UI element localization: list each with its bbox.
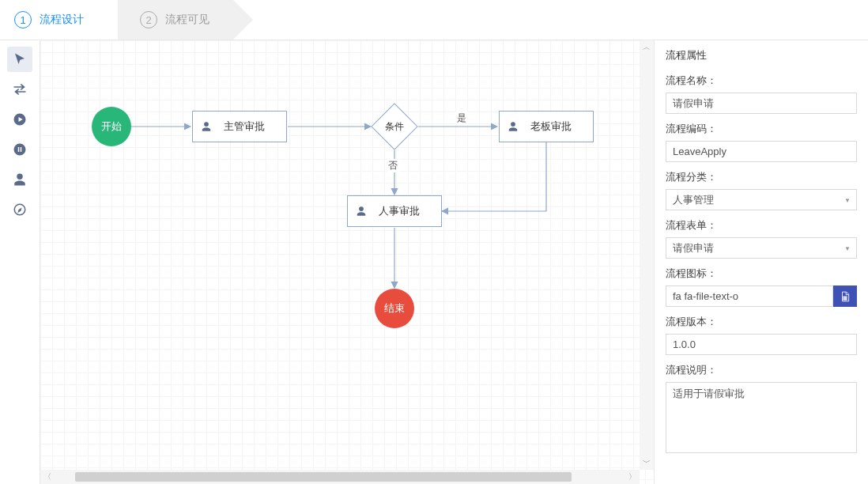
pause-circle-icon	[13, 142, 27, 157]
task-label: 主管审批	[210, 119, 278, 134]
task-hr-approval[interactable]: 人事审批	[347, 195, 442, 227]
step-header: 1 流程设计 2 流程可见	[0, 0, 868, 40]
step-number-1: 1	[14, 11, 32, 28]
user-icon	[13, 172, 27, 187]
compass-icon	[13, 202, 27, 217]
start-node-label: 开始	[101, 119, 122, 134]
task-label: 人事审批	[365, 204, 433, 218]
step-visibility[interactable]: 2 流程可见	[118, 0, 233, 40]
scroll-left-arrow[interactable]: 〈	[40, 470, 55, 484]
flow-edges	[40, 40, 654, 484]
task-label: 老板审批	[517, 119, 585, 134]
tool-start-node[interactable]	[7, 107, 32, 132]
task-boss-approval[interactable]: 老板审批	[499, 111, 594, 142]
flow-category-select[interactable]: 人事管理	[666, 189, 857, 210]
scroll-right-arrow[interactable]: 〉	[625, 470, 640, 484]
flow-category-label: 流程分类：	[666, 170, 857, 184]
scroll-down-arrow[interactable]: ﹀	[640, 456, 654, 470]
left-toolbar	[0, 40, 40, 484]
flow-version-label: 流程版本：	[666, 315, 857, 329]
flow-icon-label: 流程图标：	[666, 267, 857, 281]
tool-pause-node[interactable]	[7, 137, 32, 162]
flow-desc-textarea[interactable]	[666, 382, 857, 453]
condition-gateway[interactable]: 条件	[371, 103, 418, 150]
tool-transition[interactable]	[7, 77, 32, 102]
pointer-icon	[13, 52, 27, 66]
step-number-2: 2	[140, 11, 157, 28]
flow-desc-label: 流程说明：	[666, 363, 857, 377]
flow-icon-input[interactable]	[666, 285, 833, 307]
vertical-scrollbar[interactable]: ︿ ﹀	[640, 40, 654, 470]
end-node-label: 结束	[384, 301, 405, 316]
canvas-area[interactable]: 开始 主管审批 条件 是 否 老板审批 人事审批 结束	[40, 40, 655, 484]
task-supervisor-approval[interactable]: 主管审批	[192, 111, 287, 142]
edge-label-yes: 是	[455, 112, 468, 125]
icon-picker-button[interactable]	[833, 285, 857, 307]
flow-version-input[interactable]	[666, 334, 857, 355]
scroll-up-arrow[interactable]: ︿	[640, 40, 654, 55]
tool-user-task[interactable]	[7, 167, 32, 192]
tool-pointer[interactable]	[7, 47, 32, 72]
scroll-thumb[interactable]	[75, 472, 572, 482]
panel-title: 流程属性	[666, 48, 857, 62]
flow-form-label: 流程表单：	[666, 218, 857, 233]
flow-code-input[interactable]	[666, 141, 857, 162]
property-panel: 流程属性 流程名称： 流程编码： 流程分类： 人事管理 流程表单： 请假申请	[655, 40, 868, 484]
end-node[interactable]: 结束	[375, 289, 414, 328]
arrows-icon	[13, 82, 27, 96]
play-circle-icon	[13, 112, 27, 127]
flow-code-label: 流程编码：	[666, 122, 857, 136]
flow-name-label: 流程名称：	[666, 74, 857, 88]
condition-label: 条件	[371, 103, 418, 150]
tool-gateway[interactable]	[7, 197, 32, 222]
start-node[interactable]: 开始	[92, 107, 131, 146]
file-text-icon	[840, 291, 851, 302]
edge-label-no: 否	[387, 159, 399, 172]
horizontal-scrollbar[interactable]: 〈 〉	[40, 470, 640, 484]
step-label-design: 流程设计	[40, 13, 84, 27]
step-label-visibility: 流程可见	[165, 13, 209, 27]
flow-name-input[interactable]	[666, 93, 857, 114]
step-design[interactable]: 1 流程设计	[0, 0, 98, 40]
flow-form-select[interactable]: 请假申请	[666, 237, 857, 259]
